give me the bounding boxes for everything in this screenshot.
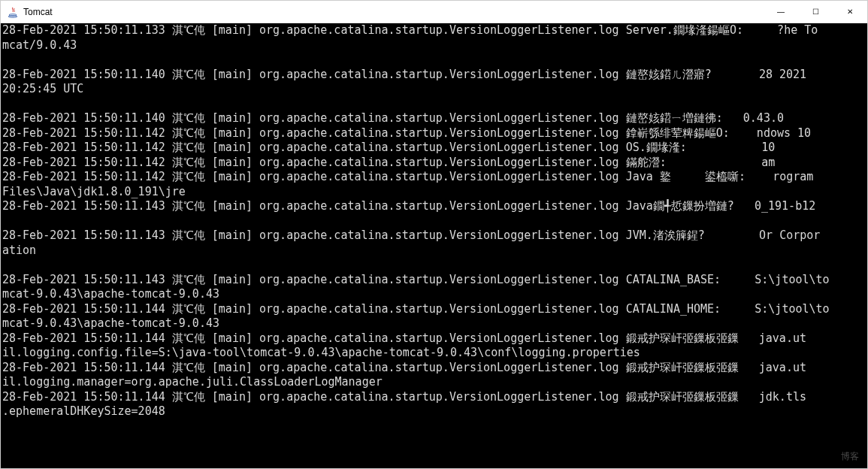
log-line: 28-Feb-2021 15:50:11.142 淇℃伅 [main] org.… (2, 156, 866, 171)
log-line (2, 97, 866, 112)
log-line (2, 53, 866, 68)
log-line: 28-Feb-2021 15:50:11.142 淇℃伅 [main] org.… (2, 126, 866, 141)
log-line: .ephemeralDHKeySize=2048 (2, 404, 866, 419)
log-line: 28-Feb-2021 15:50:11.143 淇℃伅 [main] org.… (2, 273, 866, 288)
log-line: il.logging.config.file=S:\java-tool\tomc… (2, 346, 866, 361)
log-line: 28-Feb-2021 15:50:11.140 淇℃伅 [main] org.… (2, 111, 866, 126)
log-line: mcat-9.0.43\apache-tomcat-9.0.43 (2, 287, 866, 302)
log-line: 28-Feb-2021 15:50:11.142 淇℃伅 [main] org.… (2, 141, 866, 156)
log-line: 28-Feb-2021 15:50:11.144 淇℃伅 [main] org.… (2, 390, 866, 405)
app-window: Tomcat — ☐ ✕ 28-Feb-2021 15:50:11.133 淇℃… (0, 0, 868, 469)
log-line: 28-Feb-2021 15:50:11.143 淇℃伅 [main] org.… (2, 228, 866, 244)
window-title: Tomcat (23, 7, 53, 17)
log-line: 20:25:45 UTC (2, 82, 866, 97)
log-line: il.logging.manager=org.apache.juli.Class… (2, 375, 866, 390)
log-line: 28-Feb-2021 15:50:11.144 淇℃伅 [main] org.… (2, 302, 866, 317)
log-line: 28-Feb-2021 15:50:11.144 淇℃伅 [main] org.… (2, 361, 866, 376)
log-line (2, 258, 866, 273)
window-controls: — ☐ ✕ (764, 1, 867, 23)
log-line: 28-Feb-2021 15:50:11.144 淇℃伅 [main] org.… (2, 331, 866, 346)
close-button[interactable]: ✕ (833, 1, 867, 23)
maximize-button[interactable]: ☐ (798, 1, 833, 23)
minimize-button[interactable]: — (764, 1, 798, 23)
svg-point-1 (8, 15, 17, 17)
log-line: 28-Feb-2021 15:50:11.133 淇℃伅 [main] org.… (2, 23, 866, 38)
java-icon (7, 6, 19, 18)
log-line: 28-Feb-2021 15:50:11.142 淇℃伅 [main] org.… (2, 170, 866, 185)
log-line (2, 214, 866, 229)
log-line: mcat-9.0.43\apache-tomcat-9.0.43 (2, 316, 866, 331)
console-output[interactable]: 28-Feb-2021 15:50:11.133 淇℃伅 [main] org.… (1, 23, 867, 468)
log-line: Files\Java\jdk1.8.0_191\jre (2, 185, 866, 200)
log-line: 28-Feb-2021 15:50:11.143 淇℃伅 [main] org.… (2, 199, 866, 214)
log-line: ation (2, 244, 866, 259)
log-line: mcat/9.0.43 (2, 38, 866, 53)
log-line: 28-Feb-2021 15:50:11.140 淇℃伅 [main] org.… (2, 68, 866, 83)
titlebar[interactable]: Tomcat — ☐ ✕ (1, 1, 867, 23)
